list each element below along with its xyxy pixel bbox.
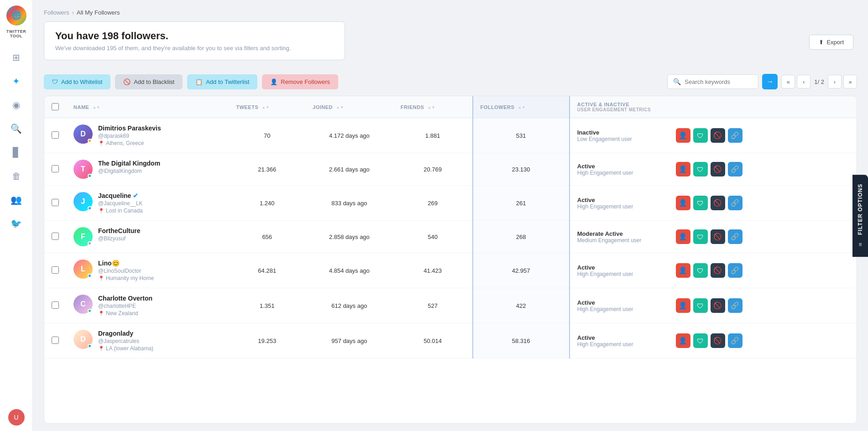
- twitterlist-icon: 📋: [195, 78, 203, 85]
- user-handle: @charlotteHPE: [98, 303, 152, 309]
- friends-column-header[interactable]: FRIENDS ▲▼: [393, 96, 473, 118]
- unfollow-icon: 👤: [679, 165, 687, 173]
- page-prev-button[interactable]: ‹: [797, 75, 810, 88]
- select-all-checkbox[interactable]: [52, 103, 59, 110]
- unfollow-icon: 👤: [679, 199, 687, 207]
- filter-options-tab[interactable]: ≡ FILTER OPTIONS: [852, 174, 868, 256]
- row-joined-cell: 957 days ago: [305, 323, 393, 358]
- row-name-cell: D Dimitrios Paraskevis @dparask69 📍Athen…: [66, 118, 229, 153]
- network-icon: ✦: [12, 76, 20, 87]
- whitelist-icon: 🛡: [52, 78, 58, 85]
- link-button[interactable]: 🔗: [728, 263, 743, 278]
- arrow-left-icon: ‹: [803, 78, 805, 85]
- whitelist-action-button[interactable]: 🛡: [693, 162, 708, 177]
- link-button[interactable]: 🔗: [728, 162, 743, 177]
- add-to-whitelist-button[interactable]: 🛡 Add to Whitelist: [44, 74, 110, 89]
- row-name-cell: T The Digital Kingdom @iDigitalKingdom: [66, 153, 229, 186]
- unfollow-button[interactable]: 👤: [676, 196, 690, 210]
- unfollow-button[interactable]: 👤: [676, 229, 690, 244]
- search-icon: 🔍: [673, 78, 681, 85]
- whitelist-action-button[interactable]: 🛡: [693, 263, 708, 278]
- row-name-cell: F FortheCulture @Bilzyusuf: [66, 221, 229, 253]
- whitelist-action-button[interactable]: 🛡: [693, 128, 708, 143]
- user-name: Lino😊: [98, 260, 154, 267]
- link-button[interactable]: 🔗: [728, 333, 743, 348]
- block-button[interactable]: 🚫: [711, 298, 725, 313]
- sidebar-item-users[interactable]: 👥: [6, 190, 26, 210]
- remove-followers-button[interactable]: 👤 Remove Followers: [262, 74, 338, 89]
- export-button[interactable]: ⬆ Export: [809, 35, 853, 50]
- search-area: 🔍 → « ‹ 1/ 2 › »: [667, 74, 857, 89]
- engagement-status: Active: [577, 334, 669, 341]
- unfollow-button[interactable]: 👤: [676, 263, 690, 278]
- whitelist-action-button[interactable]: 🛡: [693, 229, 708, 244]
- row-checkbox-5[interactable]: [52, 301, 59, 309]
- link-button[interactable]: 🔗: [728, 196, 743, 210]
- user-details: FortheCulture @Bilzyusuf: [98, 227, 141, 242]
- block-button[interactable]: 🚫: [711, 128, 725, 143]
- block-button[interactable]: 🚫: [711, 229, 725, 244]
- whitelist-label: Add to Whitelist: [61, 78, 102, 85]
- row-checkbox-2[interactable]: [52, 199, 59, 206]
- engagement-status: Active: [577, 163, 669, 170]
- link-button[interactable]: 🔗: [728, 128, 743, 143]
- breadcrumb-parent[interactable]: Followers: [44, 9, 69, 16]
- sidebar-item-search[interactable]: 🔍: [6, 119, 26, 139]
- page-first-button[interactable]: «: [781, 75, 795, 88]
- unfollow-button[interactable]: 👤: [676, 162, 690, 177]
- user-name: Dragonlady: [98, 330, 153, 337]
- block-button[interactable]: 🚫: [711, 162, 725, 177]
- sidebar-item-circle[interactable]: ◉: [6, 95, 26, 115]
- name-column-header[interactable]: NAME ▲▼: [66, 96, 229, 118]
- user-display-name: Jacqueline: [98, 192, 131, 199]
- whitelist-action-button[interactable]: 🛡: [693, 196, 708, 210]
- engagement-title: ACTIVE & INACTIVE: [577, 102, 849, 107]
- row-checkbox-6[interactable]: [52, 337, 59, 344]
- user-details: The Digital Kingdom @iDigitalKingdom: [98, 160, 160, 174]
- row-checkbox-0[interactable]: [52, 131, 59, 139]
- add-to-blacklist-button[interactable]: 🚫 Add to Blacklist: [115, 74, 183, 89]
- link-icon: 🔗: [731, 131, 739, 140]
- sidebar-item-twitter[interactable]: 🐦: [6, 213, 26, 234]
- engagement-level: High Engagement user: [577, 341, 669, 348]
- sidebar-item-network[interactable]: ✦: [6, 71, 26, 91]
- followers-column-header[interactable]: FOLLOWERS ▲▼: [473, 96, 570, 118]
- block-button[interactable]: 🚫: [711, 263, 725, 278]
- search-input[interactable]: [685, 78, 753, 85]
- block-button[interactable]: 🚫: [711, 333, 725, 348]
- user-name: FortheCulture: [98, 227, 141, 234]
- row-checkbox-4[interactable]: [52, 266, 59, 274]
- unfollow-button[interactable]: 👤: [676, 298, 690, 313]
- block-button[interactable]: 🚫: [711, 196, 725, 210]
- page-last-button[interactable]: »: [843, 75, 857, 88]
- block-icon: 🚫: [713, 199, 722, 207]
- user-handle: @Jacqueline__LK: [98, 200, 143, 207]
- table-row: L Lino😊 @LinoSoulDoctor 📍Humanity my Hom…: [44, 253, 857, 288]
- link-button[interactable]: 🔗: [728, 229, 743, 244]
- row-followers-cell: 42.957: [473, 253, 570, 288]
- location-icon: 📍: [98, 311, 105, 317]
- link-button[interactable]: 🔗: [728, 298, 743, 313]
- page-next-button[interactable]: ›: [828, 75, 842, 88]
- trash-icon: 🗑: [12, 171, 21, 182]
- search-go-button[interactable]: →: [762, 74, 778, 89]
- row-engagement-cell: Active High Engagement user 👤 🛡 🚫 🔗: [570, 323, 857, 358]
- unfollow-button[interactable]: 👤: [676, 333, 690, 348]
- add-to-twitterlist-button[interactable]: 📋 Add to Twitterlist: [187, 74, 257, 89]
- sidebar-item-chart[interactable]: ▊: [6, 142, 26, 162]
- row-friends-cell: 540: [393, 221, 473, 253]
- row-checkbox-3[interactable]: [52, 233, 59, 240]
- joined-column-header[interactable]: JOINED ▲▼: [305, 96, 393, 118]
- row-checkbox-1[interactable]: [52, 165, 59, 172]
- user-location: 📍Lost in Canada: [98, 208, 143, 214]
- whitelist-action-button[interactable]: 🛡: [693, 333, 708, 348]
- user-details: Charlotte Overton @charlotteHPE 📍New Zea…: [98, 295, 152, 317]
- unfollow-button[interactable]: 👤: [676, 128, 690, 143]
- sidebar-item-dashboard[interactable]: ⊞: [6, 47, 26, 68]
- user-avatar[interactable]: U: [8, 409, 25, 426]
- sidebar-item-trash[interactable]: 🗑: [6, 166, 26, 186]
- row-engagement-cell: Active High Engagement user 👤 🛡 🚫 🔗: [570, 288, 857, 323]
- tweets-column-header[interactable]: TWEETS ▲▼: [229, 96, 305, 118]
- block-icon: 🚫: [713, 266, 722, 275]
- whitelist-action-button[interactable]: 🛡: [693, 298, 708, 313]
